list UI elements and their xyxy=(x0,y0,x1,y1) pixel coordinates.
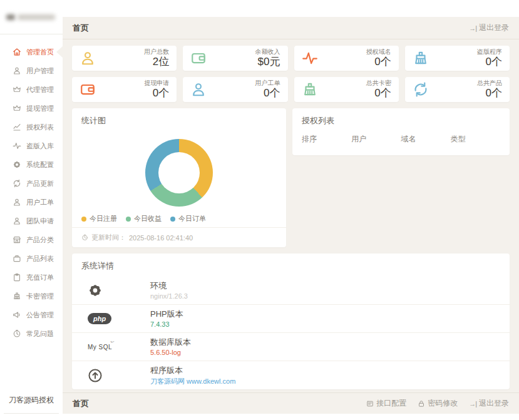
screen-icon xyxy=(366,400,374,407)
updated-label: 更新时间： xyxy=(91,233,126,242)
donut-chart xyxy=(145,139,213,207)
sidebar-item-label: 产品更新 xyxy=(26,179,54,188)
system-row-php-version: php PHP版本 7.4.33 xyxy=(72,305,510,333)
system-details-card: 系统详情 环境 nginx/1.26.3 php PHP版本 7.4.33 My… xyxy=(72,254,510,389)
sidebar-item-agent-management[interactable]: 代理管理 xyxy=(0,80,63,99)
refresh-icon xyxy=(13,179,21,188)
logo-redacted xyxy=(0,0,63,34)
lock-icon xyxy=(418,400,425,407)
sidebar-item-user-management[interactable]: 用户管理 xyxy=(0,61,63,80)
auth-list-card: 授权列表 排序 用户 域名 类型 xyxy=(292,108,510,155)
logo-blur-dot xyxy=(6,14,15,20)
stat-card-withdraw-requests: 提现申请 0个 xyxy=(72,77,177,102)
sidebar-item-label: 授权列表 xyxy=(26,123,54,132)
sidebar-item-label: 提现管理 xyxy=(26,104,54,113)
sidebar-item-label: 用户管理 xyxy=(26,66,54,76)
gear-icon xyxy=(13,160,21,169)
sidebar: 管理首页 用户管理 代理管理 提现管理 授权列表 盗版入库 xyxy=(0,0,63,420)
bottom-spacer xyxy=(63,414,519,420)
refresh-icon xyxy=(413,81,429,98)
wallet-icon xyxy=(80,81,96,98)
crown-icon xyxy=(13,85,21,94)
sidebar-item-product-list[interactable]: 产品列表 xyxy=(0,249,63,268)
user-icon xyxy=(80,50,96,66)
logo-blur-text xyxy=(18,14,55,20)
legend-dot xyxy=(170,217,175,222)
system-row-database-version: My SQL 数据库版本 5.6.50-log xyxy=(72,333,510,361)
sidebar-item-label: 盗版入库 xyxy=(26,141,54,151)
legend-dot xyxy=(126,217,131,222)
sidebar-item-auth-list[interactable]: 授权列表 xyxy=(0,118,63,136)
footer-page-title: 首页 xyxy=(73,398,89,409)
mysql-logo: My SQL xyxy=(88,344,112,351)
sidebar-item-label: 用户工单 xyxy=(26,198,54,207)
auth-list-title: 授权列表 xyxy=(292,108,510,131)
sidebar-item-withdrawal-management[interactable]: 提现管理 xyxy=(0,99,63,118)
sidebar-item-label: 产品分类 xyxy=(26,235,54,245)
column-header-domain: 域名 xyxy=(401,134,451,145)
user-icon xyxy=(13,198,21,207)
stat-card-total-card-keys: 总共卡密 0个 xyxy=(294,77,399,102)
column-header-sort: 排序 xyxy=(302,134,351,145)
chart-card-title: 统计图 xyxy=(72,108,286,131)
pulse-icon xyxy=(13,141,21,150)
crown-icon xyxy=(13,104,21,113)
change-password-link[interactable]: 密码修改 xyxy=(418,398,458,409)
sidebar-item-system-config[interactable]: 系统配置 xyxy=(0,155,63,174)
legend-dot xyxy=(81,217,86,222)
sidebar-item-label: 团队申请 xyxy=(26,217,54,226)
sidebar-item-admin-home[interactable]: 管理首页 xyxy=(0,43,63,61)
auth-list-header-row: 排序 用户 域名 类型 xyxy=(292,131,510,152)
column-header-type: 类型 xyxy=(451,134,500,145)
briefcase-icon xyxy=(13,254,21,263)
system-row-environment: 环境 nginx/1.26.3 xyxy=(72,277,510,305)
footer-links: 接口配置 密码修改 →| 退出登录 xyxy=(366,398,509,409)
sidebar-item-product-update[interactable]: 产品更新 xyxy=(0,174,63,193)
brush-icon xyxy=(13,292,21,300)
sidebar-item-team-application[interactable]: 团队申请 xyxy=(0,212,63,230)
sidebar-item-piracy-intake[interactable]: 盗版入库 xyxy=(0,136,63,155)
legend-item: 今日注册 xyxy=(81,214,117,223)
user-icon xyxy=(13,66,21,75)
stat-card-balance-income: 余额收入 $0元 xyxy=(183,46,287,71)
logout-link-bottom[interactable]: →| 退出登录 xyxy=(469,398,509,409)
sidebar-item-card-key-management[interactable]: 卡密管理 xyxy=(0,287,63,305)
sidebar-item-recharge-orders[interactable]: 充值订单 xyxy=(0,268,63,287)
column-header-user: 用户 xyxy=(351,134,401,145)
clock-icon xyxy=(13,329,21,338)
statistics-chart-card: 统计图 今日注册 今日收益 xyxy=(72,108,286,247)
home-icon xyxy=(13,48,21,56)
api-config-link[interactable]: 接口配置 xyxy=(366,398,406,409)
system-row-program-version: 程序版本 刀客源码网 www.dkewl.com xyxy=(72,361,510,389)
sidebar-item-faq[interactable]: 常见问题 xyxy=(0,324,63,343)
brush-icon xyxy=(413,50,429,66)
updated-time: 2025-08-16 02:41:40 xyxy=(129,234,193,242)
sidebar-footer: 刀客源码授权 xyxy=(0,395,63,414)
brand-footer-label: 刀客源码授权 xyxy=(4,395,59,414)
middle-row: 统计图 今日注册 今日收益 xyxy=(72,108,510,247)
content: 用户总数 2位 余额收入 $0元 授权域名 0个 盗版程序 0个 xyxy=(63,39,519,392)
chart-legend: 今日注册 今日收益 今日订单 xyxy=(72,214,286,227)
admin-dashboard: 管理首页 用户管理 代理管理 提现管理 授权列表 盗版入库 xyxy=(0,0,519,420)
store-icon xyxy=(13,235,21,244)
page-title: 首页 xyxy=(73,23,89,34)
sidebar-item-announcement-management[interactable]: 公告管理 xyxy=(0,305,63,324)
stat-card-total-products: 总共产品 0个 xyxy=(405,77,510,102)
sidebar-item-product-category[interactable]: 产品分类 xyxy=(0,230,63,249)
wallet-icon xyxy=(190,50,207,66)
logout-link[interactable]: →| 退出登录 xyxy=(469,23,509,33)
sidebar-item-user-tickets[interactable]: 用户工单 xyxy=(0,193,63,212)
sidebar-item-label: 充值订单 xyxy=(26,273,54,282)
main-area: 首页 →| 退出登录 用户总数 2位 余额收入 $0元 xyxy=(63,0,519,420)
chart-line-icon xyxy=(13,123,21,131)
user-icon xyxy=(13,217,21,225)
logout-icon: →| xyxy=(469,400,476,407)
logout-icon: →| xyxy=(469,24,476,32)
gear-icon xyxy=(88,283,103,298)
sidebar-item-label: 常见问题 xyxy=(26,329,54,339)
megaphone-icon xyxy=(13,310,21,319)
stat-card-pirated-programs: 盗版程序 0个 xyxy=(405,46,510,71)
program-version-link[interactable]: 刀客源码网 www.dkewl.com xyxy=(150,377,235,386)
chart-updated-row: 更新时间： 2025-08-16 02:41:40 xyxy=(72,227,286,247)
user-icon xyxy=(190,81,207,98)
